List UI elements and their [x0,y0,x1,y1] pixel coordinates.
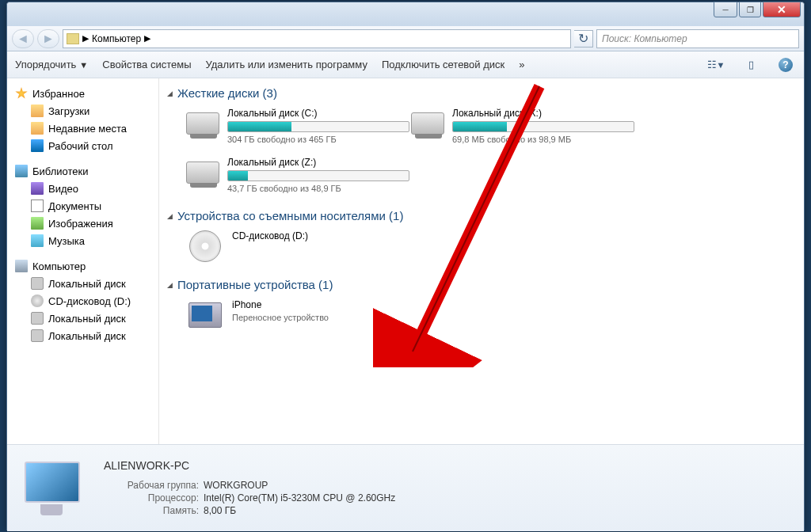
explorer-window: ─ ❐ ✕ ◄ ► ▶ Компьютер ▶ ↻ Поиск: Компьют… [6,2,805,530]
sidebar-item-recent[interactable]: Недавние места [7,120,158,137]
preview-pane-button[interactable]: ▯ [741,56,761,74]
sidebar-item-documents[interactable]: Документы [7,197,158,215]
chevron-right-icon: ▶ [82,33,89,44]
maximize-button[interactable]: ❐ [739,2,761,17]
computer-icon [67,33,79,44]
refresh-button[interactable]: ↻ [574,30,593,48]
desktop-icon [31,139,44,152]
sidebar-item-cd[interactable]: CD-дисковод (D:) [7,292,158,310]
group-portable[interactable]: ◢Портативные устройства (1) [167,275,796,294]
music-icon [31,234,44,247]
computer-name: ALIENWORK-PC [104,459,395,472]
organize-menu[interactable]: Упорядочить ▼ [15,59,88,70]
sidebar-item-drive[interactable]: Локальный диск [7,327,158,344]
close-button[interactable]: ✕ [763,2,801,17]
sidebar-item-video[interactable]: Видео [7,180,158,197]
computer-icon [15,260,28,272]
back-button[interactable]: ◄ [12,29,34,48]
cd-icon [31,294,44,307]
drive-x[interactable]: Локальный диск (X:) 69,8 МБ свободно из … [406,103,628,149]
view-options-button[interactable]: ☷ ▼ [706,56,726,74]
group-hard-drives[interactable]: ◢Жесткие диски (3) [167,83,796,103]
star-icon [15,87,28,100]
sidebar-item-desktop[interactable]: Рабочий стол [7,137,158,154]
breadcrumb[interactable]: Компьютер [92,33,141,44]
uninstall-program-button[interactable]: Удалить или изменить программу [206,59,367,70]
device-iphone[interactable]: iPhone Переносное устройство [181,294,403,336]
video-icon [31,182,44,195]
help-button[interactable]: ? [775,56,796,74]
sidebar-favorites[interactable]: Избранное [7,85,158,102]
address-bar[interactable]: ▶ Компьютер ▶ [63,29,571,48]
sidebar-item-drive[interactable]: Локальный диск [7,275,158,292]
hdd-icon [186,162,219,184]
sidebar-libraries[interactable]: Библиотеки [7,162,158,180]
search-input[interactable]: Поиск: Компьютер [596,29,799,48]
system-properties-button[interactable]: Свойства системы [102,59,191,70]
drive-icon [31,277,44,290]
pictures-icon [31,217,44,230]
hdd-icon [411,112,444,135]
forward-button[interactable]: ► [37,29,59,48]
map-network-drive-button[interactable]: Подключить сетевой диск [382,59,504,70]
folder-icon [31,104,44,117]
sidebar-computer[interactable]: Компьютер [7,257,158,275]
nav-bar: ◄ ► ▶ Компьютер ▶ ↻ Поиск: Компьютер [7,26,804,51]
libraries-icon [15,165,28,177]
chevron-right-icon: ▶ [144,33,150,44]
main-content: ◢Жесткие диски (3) Локальный диск (C:) 3… [159,78,804,444]
document-icon [31,200,44,212]
computer-image [20,458,91,519]
sidebar-item-downloads[interactable]: Загрузки [7,102,158,120]
drive-c[interactable]: Локальный диск (C:) 304 ГБ свободно из 4… [181,103,403,149]
details-pane: ALIENWORK-PC Рабочая группа:WORKGROUP Пр… [7,444,804,531]
sidebar: Избранное Загрузки Недавние места Рабочи… [7,78,159,444]
drive-icon [31,329,44,342]
drive-icon [31,312,44,325]
folder-icon [31,122,44,135]
sidebar-item-drive[interactable]: Локальный диск [7,310,158,327]
cd-icon [189,230,221,262]
toolbar-overflow[interactable]: » [519,59,524,70]
drive-z[interactable]: Локальный диск (Z:) 43,7 ГБ свободно из … [181,152,403,198]
titlebar[interactable]: ─ ❐ ✕ [7,2,804,26]
minimize-button[interactable]: ─ [714,2,737,17]
group-removable[interactable]: ◢Устройства со съемными носителями (1) [167,206,796,226]
drive-cd[interactable]: CD-дисковод (D:) [181,226,403,267]
sidebar-item-pictures[interactable]: Изображения [7,215,158,232]
hdd-icon [186,112,219,135]
sidebar-item-music[interactable]: Музыка [7,232,158,249]
toolbar: Упорядочить ▼ Свойства системы Удалить и… [7,51,804,78]
camera-icon [188,302,222,328]
